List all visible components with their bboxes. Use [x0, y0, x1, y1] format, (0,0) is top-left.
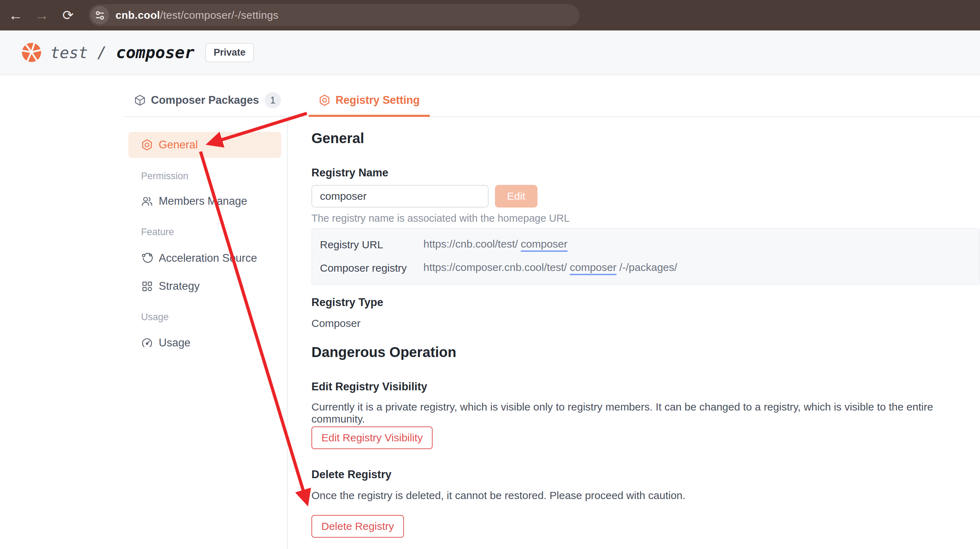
sidebar-item-label: Acceleration Source [159, 252, 257, 265]
package-icon [134, 94, 146, 106]
composer-registry-label: Composer registry [320, 262, 423, 274]
registry-url-link[interactable]: composer [521, 238, 568, 252]
app-header: test / composer Private [0, 30, 980, 75]
sidebar-item-strategy[interactable]: Strategy [141, 278, 199, 294]
delete-registry-heading: Delete Registry [312, 468, 391, 481]
registry-url-label: Registry URL [320, 239, 423, 251]
sidebar-item-usage[interactable]: Usage [141, 335, 191, 351]
sidebar-item-members-manage[interactable]: Members Manage [141, 194, 247, 209]
url-host: cnb.cool [116, 9, 160, 21]
sidebar-item-label: General [159, 138, 198, 151]
registry-url-value: https://cnb.cool/test/composer [423, 238, 570, 252]
browser-toolbar: ← → ⟳ cnb.cool/test/composer/-/settings [0, 0, 980, 30]
url-prefix: https://composer.cnb.cool/test/ [423, 262, 567, 273]
registry-name-help: The registry name is associated with the… [312, 213, 570, 224]
reload-icon[interactable]: ⟳ [57, 5, 79, 26]
general-hexagon-icon [141, 139, 153, 151]
registry-type-value: Composer [312, 317, 360, 329]
sidebar-item-acceleration-source[interactable]: Acceleration Source [141, 251, 257, 266]
composer-registry-row: Composer registry https://composer.cnb.c… [312, 257, 979, 279]
sidebar-section-usage: Usage [141, 312, 169, 323]
tab-count-badge: 1 [265, 92, 281, 108]
composer-registry-value: https://composer.cnb.cool/test/composer/… [423, 262, 677, 275]
sidebar-item-general[interactable]: General [128, 132, 281, 158]
tab-composer-packages[interactable]: Composer Packages 1 [124, 84, 291, 117]
repo-name[interactable]: composer [116, 43, 194, 62]
strategy-icon [141, 280, 153, 292]
repo-separator: / [88, 44, 116, 62]
sidebar-section-permission: Permission [141, 171, 188, 182]
site-settings-icon[interactable] [91, 6, 109, 24]
registry-type-heading: Registry Type [312, 296, 383, 309]
forward-icon[interactable]: → [31, 5, 52, 26]
edit-button[interactable]: Edit [495, 185, 538, 208]
sidebar-item-label: Members Manage [159, 195, 247, 208]
edit-registry-visibility-button[interactable]: Edit Registry Visibility [312, 427, 433, 449]
back-icon[interactable]: ← [5, 5, 26, 26]
registry-url-row: Registry URL https://cnb.cool/test/compo… [312, 233, 979, 256]
sidebar-item-label: Strategy [159, 280, 199, 293]
tabbar: Composer Packages 1 Registry Setting [124, 84, 980, 117]
settings-content: General Registry Name Edit The registry … [288, 117, 980, 549]
acceleration-icon [141, 252, 153, 264]
members-icon [141, 195, 153, 207]
url-suffix: /-/packages/ [619, 262, 677, 273]
tab-registry-setting[interactable]: Registry Setting [309, 84, 430, 117]
usage-gauge-icon [141, 337, 153, 349]
tab-label: Registry Setting [336, 94, 420, 106]
url-text: cnb.cool/test/composer/-/settings [116, 9, 278, 21]
registry-setting-icon [318, 94, 331, 106]
registry-name-input[interactable] [312, 185, 488, 208]
sidebar-item-label: Usage [159, 336, 191, 349]
url-path: /test/composer/-/settings [160, 9, 278, 21]
delete-registry-desc: Once the registry is deleted, it cannot … [312, 489, 686, 501]
registry-url-box: Registry URL https://cnb.cool/test/compo… [312, 228, 980, 285]
registry-name-heading: Registry Name [312, 167, 388, 179]
tab-label: Composer Packages [151, 94, 259, 106]
page-title: General [312, 130, 364, 146]
edit-visibility-desc: Currently it is a private registry, whic… [312, 401, 977, 425]
delete-registry-button[interactable]: Delete Registry [312, 515, 404, 538]
dangerous-operation-heading: Dangerous Operation [312, 344, 457, 360]
address-bar[interactable]: cnb.cool/test/composer/-/settings [89, 4, 579, 26]
page: ← → ⟳ cnb.cool/test/composer/-/settings [0, 0, 980, 549]
cnb-logo-icon [21, 42, 42, 63]
repo-namespace[interactable]: test [50, 44, 88, 62]
private-badge: Private [205, 43, 254, 62]
edit-visibility-heading: Edit Registry Visibility [312, 381, 427, 393]
composer-registry-link[interactable]: composer [570, 262, 616, 275]
settings-sidebar: General Permission Members Manage Featur… [0, 117, 288, 549]
sidebar-section-feature: Feature [141, 227, 174, 238]
url-prefix: https://cnb.cool/test/ [423, 238, 518, 250]
registry-name-row: Edit [312, 185, 538, 208]
repo-title: test / composer [50, 43, 194, 62]
